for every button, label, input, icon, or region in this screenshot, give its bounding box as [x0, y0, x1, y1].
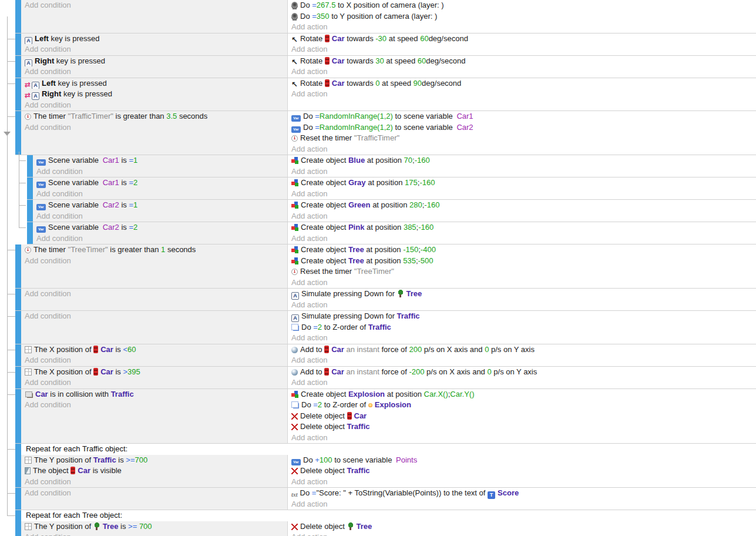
add-action-button[interactable]: Add action — [288, 66, 756, 78]
condition-line[interactable]: The Y position of Traffic is >=700 — [21, 455, 287, 466]
add-condition-button[interactable]: Add condition — [33, 211, 287, 222]
event-highlight-bar[interactable] — [15, 510, 21, 536]
condition-line[interactable]: VarScene variable Car1 is =2 — [33, 177, 287, 189]
action-line[interactable]: Create object Blue at position 70;-160 — [288, 155, 756, 166]
add-condition-button[interactable]: Add condition — [21, 44, 287, 55]
action-line[interactable]: ASimulate pressing Down for Traffic — [288, 311, 756, 322]
add-action-button[interactable]: Add action — [288, 532, 756, 536]
condition-line[interactable]: The object Car is visible — [21, 465, 287, 477]
add-action-button[interactable]: Add action — [288, 89, 756, 100]
condition-line[interactable]: The X position of Car is <60 — [21, 344, 287, 356]
condition-line[interactable]: ARight key is pressed — [21, 56, 287, 67]
action-line[interactable]: ASimulate pressing Down for Tree — [288, 289, 756, 300]
condition-line[interactable]: VarScene variable Car2 is =2 — [33, 222, 287, 233]
action-line[interactable]: VarDo =RandomInRange(1,2) to scene varia… — [288, 111, 756, 122]
add-action-button[interactable]: Add action — [288, 233, 756, 244]
action-line[interactable]: Delete object Car — [288, 411, 756, 422]
add-action-button[interactable]: Add action — [288, 277, 756, 289]
add-condition-button[interactable]: Add condition — [21, 355, 287, 366]
add-action-button[interactable]: Add action — [288, 189, 756, 200]
action-line[interactable]: Do =2 to Z-order of Explosion — [288, 400, 756, 411]
event-highlight-bar[interactable] — [15, 111, 21, 155]
add-action-button[interactable]: Add action — [288, 211, 756, 222]
add-action-button[interactable]: Add action — [288, 166, 756, 177]
add-action-button[interactable]: Add action — [288, 144, 756, 155]
action-line[interactable]: txtDo ="Score: " + ToString(Variable(Poi… — [288, 488, 756, 499]
action-line[interactable]: Reset the timer "TrafficTimer" — [288, 133, 756, 144]
event-highlight-bar[interactable] — [27, 155, 33, 177]
action-line[interactable]: VarDo +100 to scene variable Points — [288, 455, 756, 466]
add-condition-button[interactable]: Add condition — [33, 166, 287, 177]
add-condition-button[interactable]: Add condition — [33, 233, 287, 244]
add-action-button[interactable]: Add action — [288, 300, 756, 311]
add-action-button[interactable]: Add action — [288, 433, 756, 444]
action-line[interactable]: Create object Tree at position 535;-500 — [288, 256, 756, 267]
action-line[interactable]: VarDo =RandomInRange(1,2) to scene varia… — [288, 122, 756, 133]
event-highlight-bar[interactable] — [15, 444, 21, 487]
event-highlight-bar[interactable] — [15, 289, 21, 310]
action-line[interactable]: Reset the timer "TreeTimer" — [288, 266, 756, 277]
event-highlight-bar[interactable] — [27, 222, 33, 244]
add-condition-button[interactable]: Add condition — [21, 66, 287, 78]
add-condition-button[interactable]: Add condition — [21, 400, 287, 411]
add-condition-button[interactable]: Add condition — [21, 100, 287, 111]
condition-line[interactable]: The timer "TreeTimer" is greater than 1 … — [21, 244, 287, 256]
add-action-button[interactable]: Add action — [288, 44, 756, 55]
condition-line[interactable]: Car is in collision with Traffic — [21, 389, 287, 400]
condition-line[interactable]: The timer "TrafficTimer" is greater than… — [21, 111, 287, 122]
action-line[interactable]: ↖Rotate Car towards -30 at speed 60deg/s… — [288, 34, 756, 45]
add-condition-button[interactable]: Add condition — [33, 189, 287, 200]
add-condition-button[interactable]: Add condition — [21, 488, 287, 499]
action-line[interactable]: Add to Car an instant force of 200 p/s o… — [288, 344, 756, 356]
action-line[interactable]: Delete object Traffic — [288, 421, 756, 433]
event-highlight-bar[interactable] — [15, 78, 21, 111]
add-action-button[interactable]: Add action — [288, 22, 756, 33]
event-highlight-bar[interactable] — [15, 488, 21, 510]
add-action-button[interactable]: Add action — [288, 333, 756, 344]
condition-line[interactable]: VarScene variable Car2 is =1 — [33, 200, 287, 211]
event-highlight-bar[interactable] — [15, 344, 21, 366]
action-line[interactable]: ↖Rotate Car towards 0 at speed 90deg/sec… — [288, 78, 756, 89]
add-action-button[interactable]: Add action — [288, 477, 756, 488]
event-highlight-bar[interactable] — [27, 200, 33, 222]
add-condition-button[interactable]: Add condition — [21, 0, 287, 11]
action-line[interactable]: Delete object Traffic — [288, 465, 756, 477]
action-line[interactable]: Create object Explosion at position Car.… — [288, 389, 756, 400]
action-line[interactable]: Delete object Tree — [288, 521, 756, 532]
condition-line[interactable]: ⇄ARight key is pressed — [21, 89, 287, 100]
action-line[interactable]: ↖Rotate Car towards 30 at speed 60deg/se… — [288, 56, 756, 67]
add-condition-button[interactable]: Add condition — [21, 377, 287, 388]
add-condition-button[interactable]: Add condition — [21, 256, 287, 267]
condition-line[interactable]: The X position of Car is >395 — [21, 367, 287, 378]
action-line[interactable]: Do =267.5 to X position of camera (layer… — [288, 0, 756, 11]
action-line[interactable]: Create object Green at position 280;-160 — [288, 200, 756, 211]
event-highlight-bar[interactable] — [27, 177, 33, 199]
add-condition-button[interactable]: Add condition — [21, 477, 287, 488]
action-line[interactable]: Create object Gray at position 175;-160 — [288, 177, 756, 189]
event-highlight-bar[interactable] — [15, 311, 21, 344]
event-highlight-bar[interactable] — [15, 56, 21, 78]
condition-line[interactable]: The Y position of Tree is >= 700 — [21, 521, 287, 532]
collapse-arrow-icon[interactable] — [4, 132, 11, 136]
add-action-button[interactable]: Add action — [288, 377, 756, 388]
event-highlight-bar[interactable] — [15, 244, 21, 288]
repeat-header[interactable]: Repeat for each Tree object: — [21, 510, 756, 521]
condition-line[interactable]: ⇄ALeft key is pressed — [21, 78, 287, 89]
add-condition-button[interactable]: Add condition — [21, 122, 287, 133]
add-action-button[interactable]: Add action — [288, 499, 756, 510]
action-line[interactable]: Do =350 to Y position of camera (layer: … — [288, 11, 756, 22]
action-line[interactable]: Create object Pink at position 385;-160 — [288, 222, 756, 233]
repeat-header[interactable]: Repeat for each Traffic object: — [21, 444, 756, 455]
add-condition-button[interactable]: Add condition — [21, 289, 287, 300]
condition-line[interactable]: VarScene variable Car1 is =1 — [33, 155, 287, 166]
event-highlight-bar[interactable] — [15, 0, 21, 33]
add-action-button[interactable]: Add action — [288, 355, 756, 366]
action-line[interactable]: Do =2 to Z-order of Traffic — [288, 322, 756, 333]
add-condition-button[interactable]: Add condition — [21, 532, 287, 536]
action-line[interactable]: Add to Car an instant force of -200 p/s … — [288, 367, 756, 378]
event-highlight-bar[interactable] — [15, 367, 21, 388]
action-line[interactable]: Create object Tree at position -150;-400 — [288, 244, 756, 256]
event-highlight-bar[interactable] — [15, 34, 21, 55]
condition-line[interactable]: ALeft key is pressed — [21, 34, 287, 45]
event-highlight-bar[interactable] — [15, 389, 21, 444]
